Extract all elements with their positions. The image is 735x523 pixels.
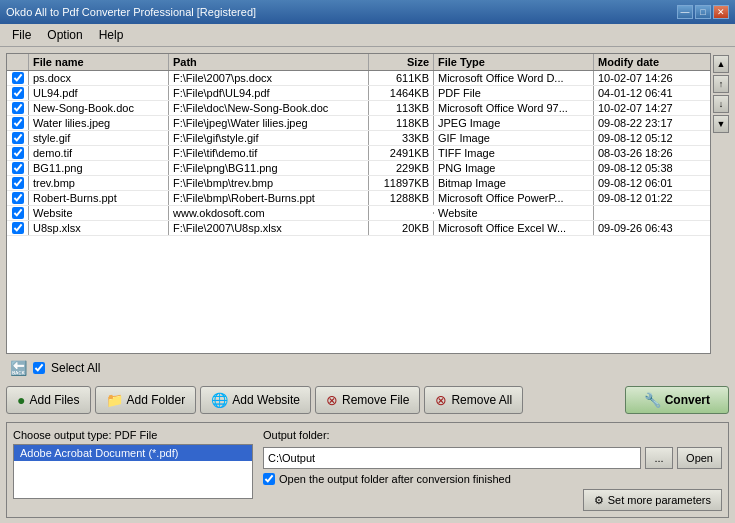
output-folder-panel: Output folder: ... Open Open the output … xyxy=(263,429,722,511)
add-website-icon: 🌐 xyxy=(211,392,228,408)
add-folder-button[interactable]: 📁 Add Folder xyxy=(95,386,197,414)
table-row: U8sp.xlsx F:\File\2007\U8sp.xlsx 20KB Mi… xyxy=(7,221,710,236)
row-check[interactable] xyxy=(7,86,29,100)
row-check[interactable] xyxy=(7,131,29,145)
select-all-checkbox[interactable] xyxy=(33,362,45,374)
table-row: UL94.pdf F:\File\pdf\UL94.pdf 1464KB PDF… xyxy=(7,86,710,101)
set-params-button[interactable]: ⚙ Set more parameters xyxy=(583,489,722,511)
output-folder-label: Output folder: xyxy=(263,429,722,441)
table-row: demo.tif F:\File\tif\demo.tif 2491KB TIF… xyxy=(7,146,710,161)
row-path: F:\File\png\BG11.png xyxy=(169,161,369,175)
table-row: Water lilies.jpeg F:\File\jpeg\Water lil… xyxy=(7,116,710,131)
row-check[interactable] xyxy=(7,161,29,175)
table-row: Website www.okdosoft.com Website xyxy=(7,206,710,221)
output-type-panel: Choose output type: PDF File Adobe Acrob… xyxy=(13,429,253,511)
header-type: File Type xyxy=(434,54,594,70)
convert-button[interactable]: 🔧 Convert xyxy=(625,386,729,414)
select-all-label: Select All xyxy=(51,361,100,375)
remove-file-button[interactable]: ⊗ Remove File xyxy=(315,386,420,414)
row-check[interactable] xyxy=(7,101,29,115)
remove-file-icon: ⊗ xyxy=(326,392,338,408)
row-type: Microsoft Office PowerP... xyxy=(434,191,594,205)
add-website-button[interactable]: 🌐 Add Website xyxy=(200,386,311,414)
browse-button[interactable]: ... xyxy=(645,447,673,469)
row-check[interactable] xyxy=(7,176,29,190)
menu-file[interactable]: File xyxy=(4,26,39,44)
maximize-button[interactable]: □ xyxy=(695,5,711,19)
row-filename: Water lilies.jpeg xyxy=(29,116,169,130)
row-date: 09-09-26 06:43 xyxy=(594,221,704,235)
row-type: TIFF Image xyxy=(434,146,594,160)
set-params-label: Set more parameters xyxy=(608,494,711,506)
add-folder-icon: 📁 xyxy=(106,392,123,408)
row-type: JPEG Image xyxy=(434,116,594,130)
row-size: 20KB xyxy=(369,221,434,235)
row-date: 08-03-26 18:26 xyxy=(594,146,704,160)
output-folder-row: ... Open xyxy=(263,447,722,469)
header-filename: File name xyxy=(29,54,169,70)
row-type: Microsoft Office Word D... xyxy=(434,71,594,85)
scroll-bottom-button[interactable]: ▼ xyxy=(713,115,729,133)
output-folder-input[interactable] xyxy=(263,447,641,469)
table-row: trev.bmp F:\File\bmp\trev.bmp 11897KB Bi… xyxy=(7,176,710,191)
select-all-bar: 🔙 Select All xyxy=(6,358,729,378)
file-list-header: File name Path Size File Type Modify dat… xyxy=(7,54,710,71)
title-bar: Okdo All to Pdf Converter Professional [… xyxy=(0,0,735,24)
remove-all-icon: ⊗ xyxy=(435,392,447,408)
table-row: New-Song-Book.doc F:\File\doc\New-Song-B… xyxy=(7,101,710,116)
add-files-button[interactable]: ● Add Files xyxy=(6,386,91,414)
scroll-up-button[interactable]: ↑ xyxy=(713,75,729,93)
main-content: File name Path Size File Type Modify dat… xyxy=(0,47,735,523)
output-type-list[interactable]: Adobe Acrobat Document (*.pdf) xyxy=(13,444,253,499)
menu-bar: File Option Help xyxy=(0,24,735,47)
header-size: Size xyxy=(369,54,434,70)
row-size: 229KB xyxy=(369,161,434,175)
menu-help[interactable]: Help xyxy=(91,26,132,44)
scroll-down-button[interactable]: ↓ xyxy=(713,95,729,113)
scroll-buttons: ▲ ↑ ↓ ▼ xyxy=(711,53,729,354)
row-type: Bitmap Image xyxy=(434,176,594,190)
file-list-area: File name Path Size File Type Modify dat… xyxy=(6,53,729,354)
header-check xyxy=(7,54,29,70)
output-type-label: Choose output type: PDF File xyxy=(13,429,253,441)
row-check[interactable] xyxy=(7,116,29,130)
toolbar: ● Add Files 📁 Add Folder 🌐 Add Website ⊗… xyxy=(6,382,729,418)
row-type: PNG Image xyxy=(434,161,594,175)
row-type: Microsoft Office Word 97... xyxy=(434,101,594,115)
row-check[interactable] xyxy=(7,146,29,160)
row-check[interactable] xyxy=(7,221,29,235)
scroll-top-button[interactable]: ▲ xyxy=(713,55,729,73)
row-path: F:\File\2007\U8sp.xlsx xyxy=(169,221,369,235)
remove-all-button[interactable]: ⊗ Remove All xyxy=(424,386,523,414)
row-filename: trev.bmp xyxy=(29,176,169,190)
add-folder-label: Add Folder xyxy=(127,393,186,407)
row-type: PDF File xyxy=(434,86,594,100)
row-size: 11897KB xyxy=(369,176,434,190)
row-path: F:\File\bmp\Robert-Burns.ppt xyxy=(169,191,369,205)
menu-option[interactable]: Option xyxy=(39,26,90,44)
header-date: Modify date xyxy=(594,54,704,70)
convert-icon: 🔧 xyxy=(644,392,661,408)
open-after-row: Open the output folder after conversion … xyxy=(263,473,722,485)
table-row: style.gif F:\File\gif\style.gif 33KB GIF… xyxy=(7,131,710,146)
row-date: 09-08-12 05:38 xyxy=(594,161,704,175)
row-filename: demo.tif xyxy=(29,146,169,160)
output-type-item[interactable]: Adobe Acrobat Document (*.pdf) xyxy=(14,445,252,461)
row-check[interactable] xyxy=(7,191,29,205)
row-date: 10-02-07 14:26 xyxy=(594,71,704,85)
row-check[interactable] xyxy=(7,71,29,85)
open-after-checkbox[interactable] xyxy=(263,473,275,485)
close-button[interactable]: ✕ xyxy=(713,5,729,19)
minimize-button[interactable]: — xyxy=(677,5,693,19)
open-button[interactable]: Open xyxy=(677,447,722,469)
row-date: 10-02-07 14:27 xyxy=(594,101,704,115)
header-path: Path xyxy=(169,54,369,70)
row-check[interactable] xyxy=(7,206,29,220)
convert-label: Convert xyxy=(665,393,710,407)
output-section: Choose output type: PDF File Adobe Acrob… xyxy=(6,422,729,518)
remove-file-label: Remove File xyxy=(342,393,409,407)
row-path: F:\File\gif\style.gif xyxy=(169,131,369,145)
add-files-icon: ● xyxy=(17,392,25,408)
row-filename: New-Song-Book.doc xyxy=(29,101,169,115)
row-path: F:\File\bmp\trev.bmp xyxy=(169,176,369,190)
